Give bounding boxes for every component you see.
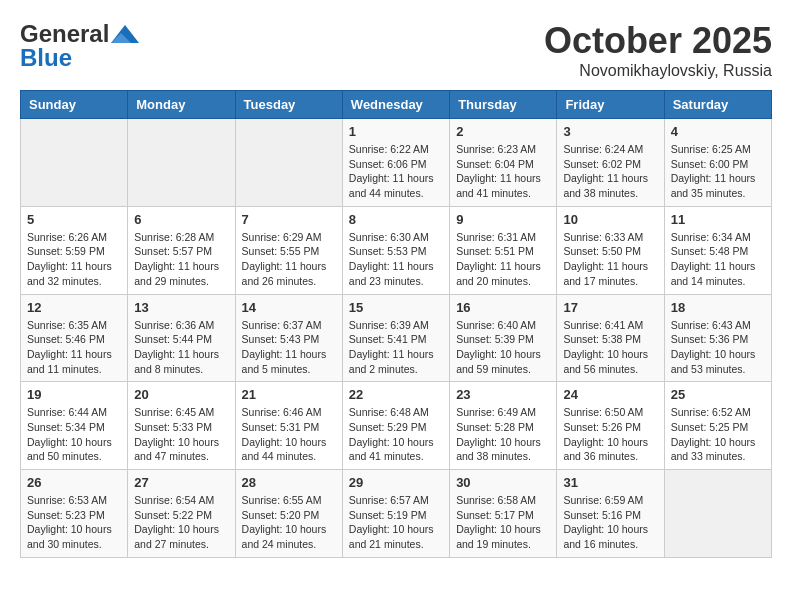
calendar-table: SundayMondayTuesdayWednesdayThursdayFrid… xyxy=(20,90,772,558)
location: Novomikhaylovskiy, Russia xyxy=(544,62,772,80)
calendar-cell: 30Sunrise: 6:58 AM Sunset: 5:17 PM Dayli… xyxy=(450,470,557,558)
calendar-cell: 16Sunrise: 6:40 AM Sunset: 5:39 PM Dayli… xyxy=(450,294,557,382)
day-number: 24 xyxy=(563,387,657,402)
title-section: October 2025 Novomikhaylovskiy, Russia xyxy=(544,20,772,80)
calendar-cell: 3Sunrise: 6:24 AM Sunset: 6:02 PM Daylig… xyxy=(557,119,664,207)
day-info: Sunrise: 6:36 AM Sunset: 5:44 PM Dayligh… xyxy=(134,318,228,377)
calendar-body: 1Sunrise: 6:22 AM Sunset: 6:06 PM Daylig… xyxy=(21,119,772,558)
day-number: 29 xyxy=(349,475,443,490)
calendar-cell: 28Sunrise: 6:55 AM Sunset: 5:20 PM Dayli… xyxy=(235,470,342,558)
day-info: Sunrise: 6:24 AM Sunset: 6:02 PM Dayligh… xyxy=(563,142,657,201)
calendar-cell: 21Sunrise: 6:46 AM Sunset: 5:31 PM Dayli… xyxy=(235,382,342,470)
calendar-cell: 22Sunrise: 6:48 AM Sunset: 5:29 PM Dayli… xyxy=(342,382,449,470)
calendar-week-1: 1Sunrise: 6:22 AM Sunset: 6:06 PM Daylig… xyxy=(21,119,772,207)
day-number: 2 xyxy=(456,124,550,139)
calendar-header-saturday: Saturday xyxy=(664,91,771,119)
day-number: 12 xyxy=(27,300,121,315)
day-info: Sunrise: 6:29 AM Sunset: 5:55 PM Dayligh… xyxy=(242,230,336,289)
calendar-header-friday: Friday xyxy=(557,91,664,119)
day-info: Sunrise: 6:46 AM Sunset: 5:31 PM Dayligh… xyxy=(242,405,336,464)
calendar-cell: 17Sunrise: 6:41 AM Sunset: 5:38 PM Dayli… xyxy=(557,294,664,382)
day-number: 4 xyxy=(671,124,765,139)
day-number: 16 xyxy=(456,300,550,315)
calendar-cell: 1Sunrise: 6:22 AM Sunset: 6:06 PM Daylig… xyxy=(342,119,449,207)
day-info: Sunrise: 6:33 AM Sunset: 5:50 PM Dayligh… xyxy=(563,230,657,289)
calendar-header-sunday: Sunday xyxy=(21,91,128,119)
day-info: Sunrise: 6:55 AM Sunset: 5:20 PM Dayligh… xyxy=(242,493,336,552)
day-number: 14 xyxy=(242,300,336,315)
calendar-cell: 5Sunrise: 6:26 AM Sunset: 5:59 PM Daylig… xyxy=(21,206,128,294)
day-info: Sunrise: 6:26 AM Sunset: 5:59 PM Dayligh… xyxy=(27,230,121,289)
day-number: 19 xyxy=(27,387,121,402)
day-number: 1 xyxy=(349,124,443,139)
calendar-cell: 18Sunrise: 6:43 AM Sunset: 5:36 PM Dayli… xyxy=(664,294,771,382)
day-number: 21 xyxy=(242,387,336,402)
calendar-week-5: 26Sunrise: 6:53 AM Sunset: 5:23 PM Dayli… xyxy=(21,470,772,558)
day-info: Sunrise: 6:34 AM Sunset: 5:48 PM Dayligh… xyxy=(671,230,765,289)
day-number: 30 xyxy=(456,475,550,490)
day-info: Sunrise: 6:23 AM Sunset: 6:04 PM Dayligh… xyxy=(456,142,550,201)
day-info: Sunrise: 6:37 AM Sunset: 5:43 PM Dayligh… xyxy=(242,318,336,377)
month-title: October 2025 xyxy=(544,20,772,62)
calendar-cell: 15Sunrise: 6:39 AM Sunset: 5:41 PM Dayli… xyxy=(342,294,449,382)
calendar-cell: 23Sunrise: 6:49 AM Sunset: 5:28 PM Dayli… xyxy=(450,382,557,470)
calendar-cell: 14Sunrise: 6:37 AM Sunset: 5:43 PM Dayli… xyxy=(235,294,342,382)
day-info: Sunrise: 6:54 AM Sunset: 5:22 PM Dayligh… xyxy=(134,493,228,552)
day-number: 20 xyxy=(134,387,228,402)
calendar-header-tuesday: Tuesday xyxy=(235,91,342,119)
calendar-week-2: 5Sunrise: 6:26 AM Sunset: 5:59 PM Daylig… xyxy=(21,206,772,294)
calendar-cell xyxy=(128,119,235,207)
day-number: 8 xyxy=(349,212,443,227)
day-number: 28 xyxy=(242,475,336,490)
day-info: Sunrise: 6:35 AM Sunset: 5:46 PM Dayligh… xyxy=(27,318,121,377)
calendar-cell: 6Sunrise: 6:28 AM Sunset: 5:57 PM Daylig… xyxy=(128,206,235,294)
calendar-cell: 25Sunrise: 6:52 AM Sunset: 5:25 PM Dayli… xyxy=(664,382,771,470)
day-info: Sunrise: 6:53 AM Sunset: 5:23 PM Dayligh… xyxy=(27,493,121,552)
day-info: Sunrise: 6:22 AM Sunset: 6:06 PM Dayligh… xyxy=(349,142,443,201)
day-info: Sunrise: 6:58 AM Sunset: 5:17 PM Dayligh… xyxy=(456,493,550,552)
calendar-cell: 10Sunrise: 6:33 AM Sunset: 5:50 PM Dayli… xyxy=(557,206,664,294)
calendar-cell: 29Sunrise: 6:57 AM Sunset: 5:19 PM Dayli… xyxy=(342,470,449,558)
day-number: 26 xyxy=(27,475,121,490)
calendar-cell: 11Sunrise: 6:34 AM Sunset: 5:48 PM Dayli… xyxy=(664,206,771,294)
day-info: Sunrise: 6:30 AM Sunset: 5:53 PM Dayligh… xyxy=(349,230,443,289)
calendar-header-wednesday: Wednesday xyxy=(342,91,449,119)
day-number: 6 xyxy=(134,212,228,227)
logo: General Blue xyxy=(20,20,139,72)
day-number: 7 xyxy=(242,212,336,227)
day-info: Sunrise: 6:43 AM Sunset: 5:36 PM Dayligh… xyxy=(671,318,765,377)
day-number: 10 xyxy=(563,212,657,227)
day-info: Sunrise: 6:45 AM Sunset: 5:33 PM Dayligh… xyxy=(134,405,228,464)
logo-blue: Blue xyxy=(20,44,72,72)
calendar-cell: 2Sunrise: 6:23 AM Sunset: 6:04 PM Daylig… xyxy=(450,119,557,207)
calendar-cell: 8Sunrise: 6:30 AM Sunset: 5:53 PM Daylig… xyxy=(342,206,449,294)
calendar-cell: 12Sunrise: 6:35 AM Sunset: 5:46 PM Dayli… xyxy=(21,294,128,382)
calendar-week-4: 19Sunrise: 6:44 AM Sunset: 5:34 PM Dayli… xyxy=(21,382,772,470)
day-info: Sunrise: 6:25 AM Sunset: 6:00 PM Dayligh… xyxy=(671,142,765,201)
day-info: Sunrise: 6:59 AM Sunset: 5:16 PM Dayligh… xyxy=(563,493,657,552)
calendar-cell: 4Sunrise: 6:25 AM Sunset: 6:00 PM Daylig… xyxy=(664,119,771,207)
day-number: 18 xyxy=(671,300,765,315)
calendar-cell: 9Sunrise: 6:31 AM Sunset: 5:51 PM Daylig… xyxy=(450,206,557,294)
day-number: 27 xyxy=(134,475,228,490)
day-number: 25 xyxy=(671,387,765,402)
calendar-cell: 19Sunrise: 6:44 AM Sunset: 5:34 PM Dayli… xyxy=(21,382,128,470)
day-number: 31 xyxy=(563,475,657,490)
logo-icon xyxy=(111,25,139,43)
calendar-cell: 7Sunrise: 6:29 AM Sunset: 5:55 PM Daylig… xyxy=(235,206,342,294)
day-number: 11 xyxy=(671,212,765,227)
day-info: Sunrise: 6:52 AM Sunset: 5:25 PM Dayligh… xyxy=(671,405,765,464)
calendar-header-monday: Monday xyxy=(128,91,235,119)
calendar-cell: 27Sunrise: 6:54 AM Sunset: 5:22 PM Dayli… xyxy=(128,470,235,558)
day-info: Sunrise: 6:31 AM Sunset: 5:51 PM Dayligh… xyxy=(456,230,550,289)
calendar-cell xyxy=(664,470,771,558)
day-info: Sunrise: 6:50 AM Sunset: 5:26 PM Dayligh… xyxy=(563,405,657,464)
calendar-cell: 26Sunrise: 6:53 AM Sunset: 5:23 PM Dayli… xyxy=(21,470,128,558)
day-number: 3 xyxy=(563,124,657,139)
day-info: Sunrise: 6:39 AM Sunset: 5:41 PM Dayligh… xyxy=(349,318,443,377)
calendar-cell xyxy=(235,119,342,207)
day-number: 5 xyxy=(27,212,121,227)
calendar-header-thursday: Thursday xyxy=(450,91,557,119)
page-header: General Blue October 2025 Novomikhaylovs… xyxy=(20,20,772,80)
calendar-cell xyxy=(21,119,128,207)
